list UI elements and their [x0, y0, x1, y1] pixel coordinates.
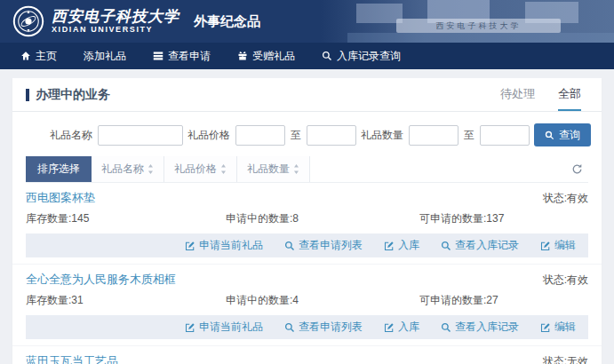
list-icon [153, 51, 163, 61]
university-name-cn: 西安电子科技大学 [52, 8, 179, 25]
gift-name-link[interactable]: 西电图案杯垫 [26, 190, 95, 206]
available-count: 可申请的数量:27 [419, 293, 588, 308]
sort-bar: 排序选择 礼品名称 礼品价格 礼品数量 [26, 156, 588, 183]
filter-gift-name: 礼品名称 [50, 125, 183, 146]
edit-button[interactable]: 编辑 [540, 320, 576, 335]
action-label: 编辑 [554, 238, 576, 253]
action-label: 查看入库记录 [455, 320, 519, 335]
campus-gate-sign: 西安电子科技大学 [396, 19, 561, 33]
action-label: 查看申请列表 [299, 238, 363, 253]
action-label: 查看申请列表 [299, 320, 363, 335]
card-header: 办理中的业务 待处理 全部 [12, 78, 602, 112]
sort-select-button[interactable]: 排序选择 [26, 156, 92, 182]
university-logo-icon [12, 5, 44, 37]
view-storage-records-button[interactable]: 查看入库记录 [441, 320, 519, 335]
nav-label: 入库记录查询 [337, 49, 401, 64]
item-head: 蓝田玉瓦当工艺品 状态:无效 [26, 346, 588, 364]
section-title-text: 办理中的业务 [36, 87, 110, 103]
title-accent-bar [26, 89, 29, 101]
refresh-icon [571, 163, 583, 175]
applying-count: 申请中的数量:4 [226, 293, 419, 308]
action-label: 编辑 [554, 320, 576, 335]
gift-name-link[interactable]: 全心全意为人民服务木质相框 [26, 272, 176, 288]
nav-item-add-gift[interactable]: 添加礼品 [70, 43, 140, 69]
filter-gift-price: 礼品价格 至 [187, 125, 356, 146]
search-icon [284, 241, 295, 251]
sort-option-label: 礼品价格 [174, 162, 217, 177]
stock-count: 库存数量:145 [26, 211, 226, 226]
item-action-bar: 申请当前礼品 查看申请列表 入库 查看入库记录 编辑 [26, 233, 588, 257]
main-nav: 主页 添加礼品 查看申请 受赠礼品 入库记录查询 [0, 43, 614, 69]
sort-by-price[interactable]: 礼品价格 [164, 156, 237, 182]
app-title: 外事纪念品 [194, 13, 260, 30]
nav-label: 主页 [36, 49, 57, 64]
gift-quantity-label: 礼品数量 [361, 128, 403, 143]
refresh-button[interactable] [566, 160, 588, 178]
gift-name-link[interactable]: 蓝田玉瓦当工艺品 [26, 353, 118, 364]
content-card: 办理中的业务 待处理 全部 礼品名称 礼品价格 至 礼品数量 至 查询 排 [12, 78, 602, 364]
status-badge: 状态:有效 [543, 273, 588, 288]
sort-arrows-icon [220, 164, 227, 174]
action-label: 入库 [398, 320, 419, 335]
search-icon [441, 322, 451, 333]
gift-list-item: 蓝田玉瓦当工艺品 状态:无效 库存数量:1 申请中的数量:0 可申请的数量:0 … [12, 345, 602, 364]
tab-pending[interactable]: 待处理 [500, 86, 535, 111]
sort-option-label: 礼品名称 [101, 162, 144, 177]
stock-in-button[interactable]: 入库 [384, 320, 419, 335]
home-icon [20, 51, 31, 61]
range-to-label: 至 [464, 128, 474, 143]
filter-gift-quantity: 礼品数量 至 [361, 125, 530, 146]
item-head: 全心全意为人民服务木质相框 状态:有效 [26, 265, 588, 290]
apply-current-gift-button[interactable]: 申请当前礼品 [185, 238, 263, 253]
gift-price-label: 礼品价格 [187, 128, 230, 143]
gift-price-min-input[interactable] [235, 125, 285, 146]
view-application-list-button[interactable]: 查看申请列表 [284, 238, 363, 253]
university-name-en: XIDIAN UNIVERSITY [52, 26, 179, 35]
tab-all[interactable]: 全部 [558, 86, 581, 111]
stock-in-button[interactable]: 入库 [384, 238, 419, 253]
sort-option-label: 礼品数量 [247, 162, 290, 177]
item-action-bar: 申请当前礼品 查看申请列表 入库 查看入库记录 编辑 [26, 315, 588, 339]
edit-icon [384, 322, 395, 333]
section-title: 办理中的业务 [26, 87, 110, 111]
status-tabs: 待处理 全部 [500, 86, 588, 111]
gift-icon [237, 51, 248, 61]
edit-icon [540, 241, 551, 251]
nav-label: 添加礼品 [84, 49, 126, 64]
gift-name-label: 礼品名称 [50, 128, 92, 143]
nav-item-storage-records[interactable]: 入库记录查询 [308, 43, 414, 69]
gift-name-input[interactable] [98, 125, 183, 146]
action-label: 申请当前礼品 [199, 320, 263, 335]
gift-list-item: 全心全意为人民服务木质相框 状态:有效 库存数量:31 申请中的数量:4 可申请… [12, 264, 602, 339]
edit-icon [185, 322, 195, 333]
university-brand: 西安电子科技大学 XIDIAN UNIVERSITY [52, 8, 179, 36]
search-icon [322, 51, 332, 61]
nav-item-view-applications[interactable]: 查看申请 [140, 43, 224, 69]
action-label: 查看入库记录 [455, 238, 519, 253]
nav-item-home[interactable]: 主页 [7, 43, 70, 69]
gift-quantity-max-input[interactable] [480, 125, 530, 146]
search-button[interactable]: 查询 [534, 123, 591, 146]
nav-item-received-gifts[interactable]: 受赠礼品 [224, 43, 308, 69]
apply-current-gift-button[interactable]: 申请当前礼品 [185, 320, 263, 335]
campus-ground [347, 33, 614, 43]
gift-price-max-input[interactable] [307, 125, 356, 146]
sort-by-name[interactable]: 礼品名称 [92, 156, 164, 182]
sort-arrows-icon [293, 164, 299, 174]
status-badge: 状态:有效 [543, 191, 588, 206]
item-stats: 库存数量:145 申请中的数量:8 可申请的数量:137 [26, 209, 588, 233]
view-application-list-button[interactable]: 查看申请列表 [284, 320, 363, 335]
search-button-label: 查询 [559, 128, 580, 143]
available-count: 可申请的数量:137 [419, 211, 588, 226]
gift-quantity-min-input[interactable] [409, 125, 459, 146]
item-stats: 库存数量:31 申请中的数量:4 可申请的数量:27 [26, 290, 588, 315]
nav-label: 查看申请 [168, 49, 211, 64]
applying-count: 申请中的数量:8 [226, 211, 419, 226]
sort-arrows-icon [148, 164, 154, 174]
app-header: 西安电子科技大学 西安电子科技大学 XIDIAN UNIVERSITY 外事纪念… [0, 0, 614, 43]
item-head: 西电图案杯垫 状态:有效 [26, 183, 588, 209]
sort-by-quantity[interactable]: 礼品数量 [237, 156, 310, 182]
edit-button[interactable]: 编辑 [540, 238, 576, 253]
action-label: 入库 [398, 238, 419, 253]
view-storage-records-button[interactable]: 查看入库记录 [441, 238, 519, 253]
